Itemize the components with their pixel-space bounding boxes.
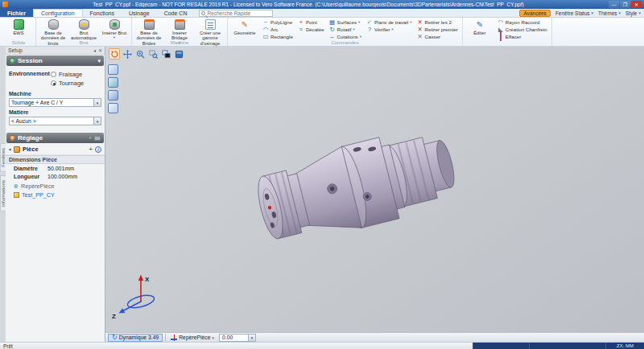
surfaces-label: Surfaces [337, 19, 357, 25]
polyline-button[interactable]: ~ PolyLigne [261, 18, 295, 26]
cpl-selector[interactable]: RepèrePièce ▾ [168, 334, 217, 342]
ews-button[interactable]: EWS [3, 18, 34, 36]
viewport-status-bar: ↻ Dynamique 3.49 RepèrePièce ▾ 0.00 ▾ [105, 332, 644, 342]
add-piece-icon[interactable]: + [89, 146, 93, 153]
themes-menu[interactable]: Thèmes ▾ [598, 10, 621, 16]
view-front-button[interactable] [108, 90, 118, 101]
divider [165, 334, 166, 341]
radio-fraisage[interactable]: Fraisage [51, 71, 84, 78]
setup-title: Setup [8, 47, 23, 53]
fillet-button[interactable]: ◠ Rayon Raccord [496, 18, 549, 26]
info-icon[interactable]: i [95, 146, 101, 153]
solid-cube-icon [14, 19, 24, 30]
tab-fonctions[interactable]: Fonctions [83, 9, 122, 17]
point-button[interactable]: + Point [296, 18, 326, 26]
verify-button[interactable]: ? Vérifier ▾ [365, 26, 414, 33]
insert-stock-icon [109, 19, 120, 30]
machine-select[interactable]: Tournage + Axe C / Y ▾ [9, 98, 101, 107]
chevron-down-icon[interactable]: ▾ [248, 335, 255, 341]
tab-usinage[interactable]: Usinage [122, 9, 157, 17]
themes-label: Thèmes [598, 10, 617, 16]
quick-search[interactable] [199, 10, 273, 17]
dynamic-label: Dynamique 3.49 [119, 335, 159, 340]
piece-label: Pièce [23, 146, 39, 153]
shaded-view-button[interactable] [173, 48, 184, 60]
group-label-brut: Brut [36, 39, 131, 46]
chevron-down-icon[interactable]: ▾ [93, 117, 101, 125]
edit-button[interactable]: ✎ Éditer [464, 18, 495, 36]
session-icon [10, 58, 15, 64]
graphics-viewport[interactable]: X Z ↻ Dynamique 3.49 RepèrePièce ▾ 0.00 … [105, 47, 644, 342]
shaded-icon [175, 50, 184, 59]
ribbon-group-edition: ✎ Éditer ◠ Rayon Raccord ◣ Création Chan… [463, 18, 552, 46]
rotary-button[interactable]: ↻ Rotatif ▾ [328, 26, 363, 33]
status-window-menu[interactable]: Fenêtre Status ▾ [555, 10, 593, 16]
windows-icon [162, 50, 171, 59]
length-value: 100.000mm [47, 174, 77, 179]
chevron-down-icon[interactable]: ▾ [9, 146, 11, 152]
feature-icon [14, 192, 19, 198]
capture-icon[interactable] [94, 136, 101, 141]
reglage-section-header[interactable]: Réglage + [6, 133, 104, 143]
auto-stock-button[interactable]: Brut automatique [68, 18, 99, 42]
surfaces-button[interactable]: ▦ Surfaces ▾ [328, 18, 363, 26]
geometry-button[interactable]: ✎ Géométrie [229, 18, 260, 36]
workplanes-button[interactable]: ✓ Plans de travail ▾ [365, 18, 414, 26]
datum-icon: ⊕ [14, 183, 19, 190]
viewport-toolbar [109, 48, 184, 60]
fraisage-label: Fraisage [59, 71, 82, 78]
radio-selected-icon[interactable] [51, 80, 56, 86]
chevron-down-icon: ▾ [213, 335, 215, 340]
style-menu[interactable]: Style ▾ [625, 10, 641, 16]
close-button[interactable]: ✕ [631, 1, 642, 8]
pan-button[interactable] [122, 48, 133, 60]
view-turning-button[interactable] [108, 77, 118, 88]
session-body: Environnement Fraisage Tournage Machine … [6, 67, 105, 132]
status-window-label: Fenêtre Status [555, 10, 590, 16]
length-label: Longueur [14, 174, 47, 179]
tree-item-label: Test_PP_CY [22, 191, 55, 199]
advanced-button[interactable]: Avancées [519, 10, 550, 17]
regenerate-button[interactable] [109, 48, 120, 60]
workplanes-label: Plans de travail [374, 19, 408, 25]
window-view-button[interactable] [160, 48, 171, 60]
minimize-button[interactable]: — [609, 1, 619, 8]
insert-fixture-icon [175, 19, 185, 30]
insert-stock-button[interactable]: Insérer Brut ▾ [99, 18, 130, 40]
remove-both-button[interactable]: ✕ Retirer les 2 [415, 18, 460, 26]
chevron-down-icon[interactable]: ▾ [97, 58, 101, 64]
rotary-label: Rotatif [337, 27, 352, 32]
tournage-label: Tournage [59, 80, 84, 87]
zoom-window-button[interactable] [147, 48, 159, 60]
maximize-button[interactable]: ❐ [620, 1, 630, 8]
piece-row[interactable]: ▾ Pièce + i [6, 144, 105, 155]
tree-item-test-pp-cy[interactable]: Test_PP_CY [12, 191, 105, 199]
panel-collapse-icon[interactable]: ◂ [93, 47, 96, 53]
add-icon[interactable]: + [89, 135, 92, 141]
session-section-header[interactable]: Session ▾ [6, 55, 104, 66]
material-select[interactable]: < Aucun > ▾ [9, 117, 101, 125]
rotary-icon: ↻ [329, 27, 336, 33]
tab-configuration[interactable]: Configuration [33, 9, 83, 17]
auto-stock-icon [79, 19, 89, 30]
radio-icon[interactable] [51, 72, 56, 77]
level-input[interactable]: 0.00 ▾ [219, 334, 256, 342]
pencil-icon: ✎ [240, 19, 250, 30]
offset-button[interactable]: ≈ Décalée [296, 26, 326, 33]
zoom-in-button[interactable] [134, 48, 146, 60]
radio-tournage[interactable]: Tournage [51, 80, 84, 87]
search-input[interactable] [207, 10, 270, 16]
remove-first-button[interactable]: ✕ Retirer premier [415, 26, 460, 33]
arc-button[interactable]: ◠ Arc [261, 26, 295, 33]
session-title: Session [18, 57, 43, 64]
tab-code-cn[interactable]: Code CN [157, 9, 195, 17]
view-iso-button[interactable] [108, 64, 118, 75]
dynamic-rotate-button[interactable]: ↻ Dynamique 3.49 [108, 334, 163, 342]
view-zoom-fit-button[interactable] [108, 103, 118, 113]
tree-item-repere-piece[interactable]: ⊕ RepèrePièce [12, 182, 105, 191]
chamfer-button[interactable]: ◣ Création Chanfrein [496, 26, 549, 33]
tab-fichier[interactable]: Fichier [0, 9, 33, 17]
verify-icon: ? [366, 27, 373, 33]
panel-close-icon[interactable]: ✕ [98, 47, 102, 53]
chevron-down-icon[interactable]: ▾ [93, 99, 101, 106]
